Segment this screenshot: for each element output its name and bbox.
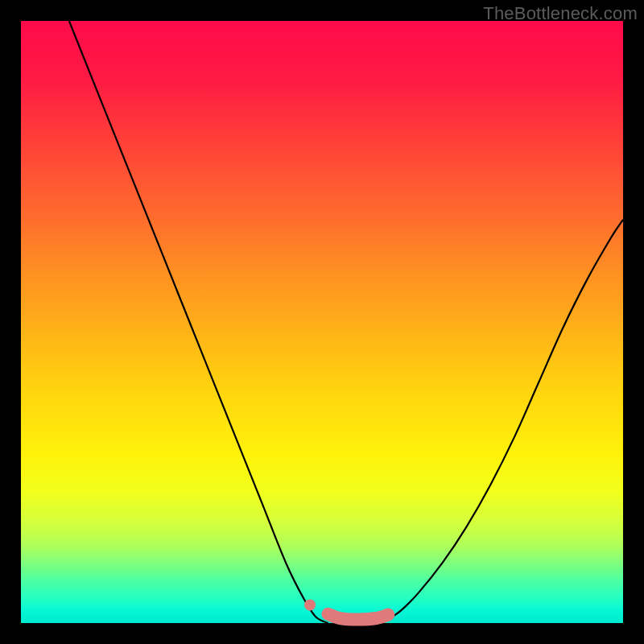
left-curve bbox=[69, 21, 328, 623]
right-curve bbox=[382, 220, 623, 623]
bottom-highlight-dot bbox=[304, 600, 316, 611]
chart-frame: TheBottleneck.com bbox=[0, 0, 644, 644]
plot-area bbox=[21, 21, 623, 623]
curves-svg bbox=[21, 21, 623, 623]
bottom-highlight-segment bbox=[328, 614, 388, 620]
watermark-text: TheBottleneck.com bbox=[483, 3, 638, 24]
